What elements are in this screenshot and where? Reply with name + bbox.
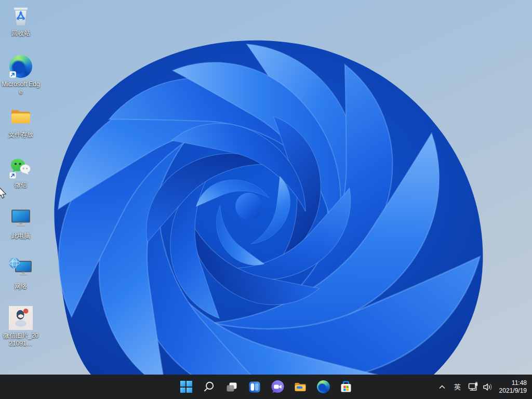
desktop-icon-microsoft-edge[interactable]: Microsoft Edge	[1, 54, 41, 96]
desktop-icon-recycle-bin[interactable]: 回收站	[1, 3, 41, 37]
recycle-bin-icon	[9, 4, 33, 28]
tray-overflow-button[interactable]	[434, 377, 450, 397]
ethernet-network-icon	[468, 381, 480, 393]
desktop-icon-wechat[interactable]: 微信	[1, 155, 41, 189]
widgets-icon	[248, 381, 261, 393]
bloom-wallpaper-graphic	[0, 0, 532, 399]
desktop-icon-file-storage[interactable]: 文件存放	[1, 104, 41, 139]
search-button[interactable]	[197, 377, 220, 397]
icon-label-this-pc: 此电脑	[11, 232, 30, 240]
windows-logo-icon	[180, 381, 192, 393]
network-volume-button[interactable]	[466, 377, 496, 397]
file-explorer-icon	[294, 380, 307, 394]
start-button[interactable]	[175, 377, 197, 397]
image-thumbnail	[9, 306, 33, 330]
taskbar: 英 11:48 2021/9/19	[0, 375, 532, 399]
task-view-button[interactable]	[220, 377, 243, 397]
clock[interactable]: 11:48 2021/9/19	[496, 377, 532, 397]
desktop-icon-wechat-image[interactable]: 微信图片_2021091…	[1, 305, 41, 348]
desktop-icon-this-pc[interactable]: 此电脑	[1, 206, 41, 240]
icon-label-recycle-bin: 回收站	[11, 30, 30, 37]
desktop-icon-network[interactable]: 网络	[1, 256, 41, 290]
icon-label-edge: Microsoft Edge	[2, 81, 40, 96]
file-explorer-button[interactable]	[289, 377, 312, 397]
icon-label-wechat: 微信	[15, 181, 27, 189]
taskbar-center-group	[175, 375, 357, 399]
edge-button[interactable]	[312, 377, 335, 397]
chat-icon	[271, 380, 285, 394]
system-tray: 英 11:48 2021/9/19	[434, 375, 532, 399]
network-icon	[8, 256, 33, 281]
ime-language-label: 英	[450, 382, 466, 392]
task-view-icon	[225, 381, 238, 393]
icon-label-network: 网络	[15, 283, 27, 290]
widgets-button[interactable]	[243, 377, 266, 397]
clock-date: 2021/9/19	[499, 387, 527, 395]
search-icon	[203, 381, 215, 393]
edge-icon	[317, 380, 330, 393]
shortcut-arrow-icon	[9, 172, 16, 179]
icon-label-wechat-image: 微信图片_2021091…	[2, 332, 40, 348]
icon-label-file-storage: 文件存放	[8, 131, 33, 139]
store-button[interactable]	[335, 377, 357, 397]
chevron-up-icon	[438, 383, 446, 391]
volume-icon	[482, 381, 494, 393]
folder-icon	[8, 104, 33, 129]
ime-indicator[interactable]: 英	[450, 377, 466, 397]
desktop-wallpaper: 回收站 Microsoft Edge 文件存放	[0, 0, 532, 399]
store-icon	[339, 380, 353, 394]
this-pc-icon	[8, 206, 33, 231]
chat-button[interactable]	[266, 377, 289, 397]
shortcut-arrow-icon	[9, 71, 16, 78]
clock-time: 11:48	[499, 379, 527, 387]
